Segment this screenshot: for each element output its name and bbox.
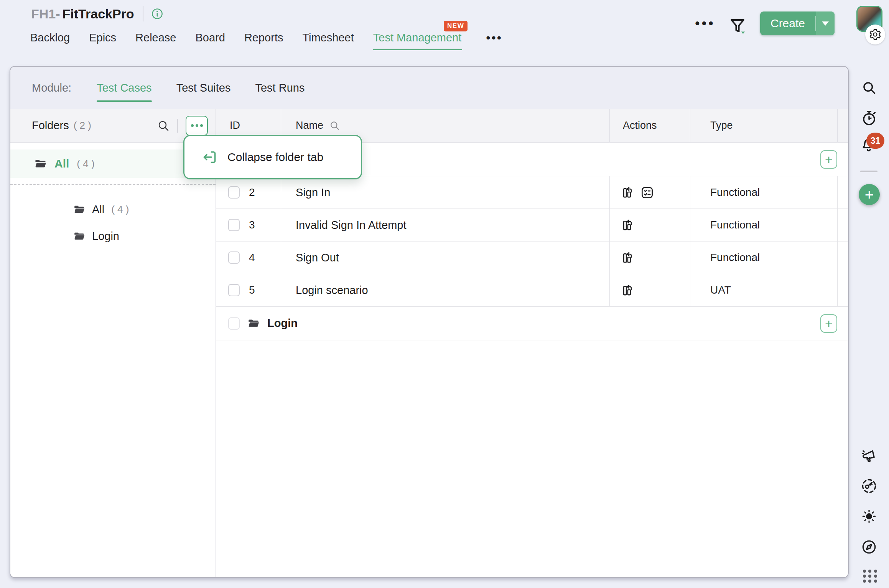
row-checkbox[interactable]: [228, 251, 240, 264]
new-badge: NEW: [444, 21, 468, 31]
rail-add-button[interactable]: +: [859, 184, 880, 205]
nav-reports[interactable]: Reports: [244, 31, 283, 44]
row-id: 4: [249, 251, 255, 264]
folder-name: All: [54, 157, 69, 170]
rail-search-icon[interactable]: [862, 80, 876, 95]
create-dropdown-button[interactable]: [816, 11, 835, 35]
body-area: All ( 4 ) All ( 4 ) Login: [10, 143, 848, 577]
folder-name: All: [92, 203, 104, 216]
folder-group-row-login[interactable]: Login +: [216, 307, 848, 340]
filter-icon[interactable]: [729, 17, 747, 37]
folders-more-button[interactable]: [186, 116, 208, 136]
table-row[interactable]: 5 Login scenario UAT: [216, 274, 848, 307]
move-to-folder-icon[interactable]: [622, 186, 635, 199]
title-separator: [143, 6, 143, 21]
row-type: UAT: [690, 274, 838, 306]
nav-test-management-label: Test Management: [373, 31, 462, 44]
folder-icon: [34, 158, 47, 170]
tab-test-cases[interactable]: Test Cases: [97, 82, 151, 94]
move-to-folder-icon[interactable]: [622, 251, 635, 264]
folder-name: Login: [92, 230, 119, 243]
table-row[interactable]: 2 Sign In Functional: [216, 176, 848, 209]
move-to-folder-icon[interactable]: [622, 284, 635, 297]
tab-test-suites[interactable]: Test Suites: [176, 82, 231, 94]
nav-release[interactable]: Release: [135, 31, 176, 44]
move-to-folder-icon[interactable]: [622, 218, 635, 232]
add-test-case-button[interactable]: +: [820, 150, 837, 169]
project-title: FH1- FitTrackPro: [31, 6, 163, 21]
table-row[interactable]: 4 Sign Out Functional: [216, 241, 848, 274]
row-type: Functional: [690, 176, 838, 209]
row-name[interactable]: Sign In: [281, 176, 610, 209]
row-checkbox[interactable]: [228, 317, 240, 330]
folders-more-menu: Collapse folder tab: [183, 135, 362, 179]
test-cases-table: + 2 Sign In Functional 3: [216, 143, 848, 577]
project-name: FitTrackPro: [63, 7, 134, 21]
add-test-case-button[interactable]: +: [820, 314, 837, 333]
column-header-type: Type: [690, 109, 838, 142]
checklist-icon[interactable]: [640, 186, 654, 199]
folder-row-name: Login: [267, 317, 298, 330]
name-search-icon[interactable]: [329, 120, 340, 131]
rail-apps-grid-icon[interactable]: [863, 570, 877, 583]
folder-tree: All ( 4 ) Login: [10, 202, 216, 244]
header-strip: Folders ( 2 ) ID Name Actions Type: [10, 109, 848, 143]
folder-icon: [73, 204, 85, 215]
nav-epics[interactable]: Epics: [89, 31, 116, 44]
row-name[interactable]: Login scenario: [281, 274, 610, 306]
project-code: FH1-: [31, 7, 60, 21]
folders-sidebar: All ( 4 ) All ( 4 ) Login: [10, 143, 216, 577]
settings-gear-icon[interactable]: [865, 25, 885, 44]
rail-explore-compass-icon[interactable]: [861, 539, 877, 555]
folders-count: ( 2 ): [74, 120, 91, 131]
sidebar-dashed-divider: [10, 184, 216, 185]
chevron-down-icon: [822, 21, 829, 26]
row-type: Functional: [690, 241, 838, 274]
folders-title: Folders: [32, 119, 69, 132]
folder-count: ( 4 ): [111, 204, 129, 215]
folders-header-divider: [177, 119, 178, 133]
row-id: 3: [249, 219, 255, 231]
row-name[interactable]: Invalid Sign In Attempt: [281, 209, 610, 241]
rail-announcements-icon[interactable]: [861, 448, 877, 465]
topbar-more-button[interactable]: •••: [695, 15, 715, 31]
tree-item-login[interactable]: Login: [73, 228, 216, 244]
row-type: Functional: [690, 209, 838, 241]
rail-key-icon[interactable]: [861, 478, 877, 494]
menu-item-collapse-folder-tab[interactable]: Collapse folder tab: [227, 151, 323, 164]
collapse-icon: [202, 149, 217, 165]
module-tabs: Test Cases Test Suites Test Runs: [97, 82, 305, 94]
create-button-label: Create: [760, 11, 815, 35]
project-nav: Backlog Epics Release Board Reports Time…: [30, 31, 502, 45]
row-checkbox[interactable]: [228, 219, 240, 231]
rail-divider: [860, 171, 877, 172]
nav-more-button[interactable]: •••: [486, 31, 502, 45]
row-checkbox[interactable]: [228, 186, 240, 199]
folder-count: ( 4 ): [77, 158, 94, 170]
row-name[interactable]: Sign Out: [281, 241, 610, 274]
notification-count-badge: 31: [866, 133, 884, 149]
folder-icon: [73, 230, 85, 242]
rail-stopwatch-icon[interactable]: [861, 110, 877, 126]
column-header-spacer: [838, 109, 848, 142]
row-id: 5: [249, 284, 255, 296]
tab-test-runs[interactable]: Test Runs: [255, 82, 305, 94]
tree-item-all[interactable]: All ( 4 ): [73, 202, 216, 217]
rail-theme-sun-icon[interactable]: [862, 509, 876, 524]
create-button[interactable]: Create: [760, 11, 835, 35]
column-header-name-label: Name: [296, 120, 323, 131]
folders-search-icon[interactable]: [157, 120, 170, 132]
module-label: Module:: [32, 82, 71, 94]
row-checkbox[interactable]: [228, 284, 240, 296]
module-bar: Module: Test Cases Test Suites Test Runs: [10, 67, 848, 109]
nav-test-management[interactable]: Test Management NEW: [373, 31, 462, 44]
folder-icon: [247, 317, 260, 330]
nav-timesheet[interactable]: Timesheet: [302, 31, 354, 44]
table-row[interactable]: 3 Invalid Sign In Attempt Functional: [216, 209, 848, 241]
nav-board[interactable]: Board: [196, 31, 225, 44]
nav-backlog[interactable]: Backlog: [30, 31, 70, 44]
info-icon[interactable]: [151, 8, 163, 20]
test-management-panel: Module: Test Cases Test Suites Test Runs…: [10, 66, 849, 578]
column-header-actions: Actions: [610, 109, 690, 142]
row-id: 2: [249, 186, 255, 199]
